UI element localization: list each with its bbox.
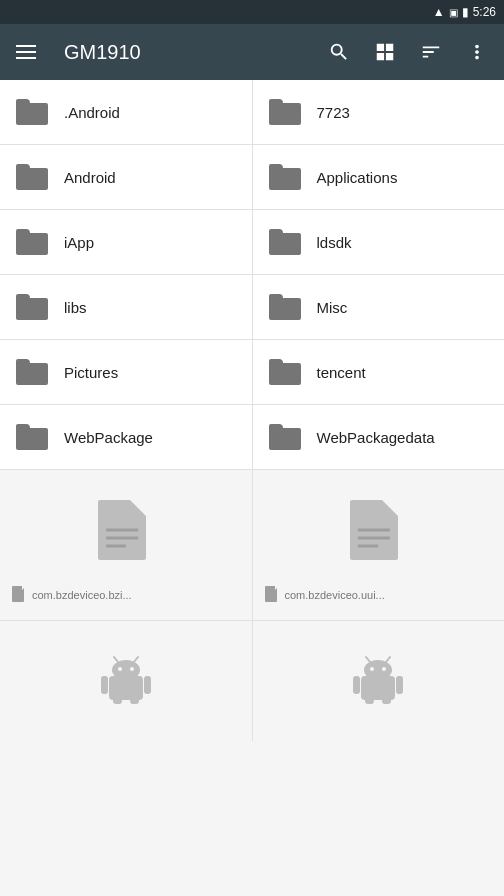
grid-view-icon[interactable]: [370, 37, 400, 67]
folder-icon: [269, 99, 301, 125]
svg-rect-28: [365, 698, 374, 704]
folder-name: Misc: [317, 299, 348, 316]
svg-point-13: [130, 667, 134, 671]
folder-item[interactable]: Android: [0, 145, 252, 209]
svg-line-15: [134, 657, 138, 662]
toolbar-title: GM1910: [64, 41, 308, 64]
file-name: com.bzdeviceo.bzi...: [32, 589, 240, 601]
folder-name: WebPackagedata: [317, 429, 435, 446]
file-small-icon: [12, 586, 26, 604]
apk-item[interactable]: [253, 621, 505, 741]
folder-item[interactable]: Applications: [253, 145, 505, 209]
folder-name: libs: [64, 299, 87, 316]
folder-name: Applications: [317, 169, 398, 186]
folder-icon: [269, 229, 301, 255]
folder-item[interactable]: tencent: [253, 340, 505, 404]
wifi-icon: ▲: [433, 5, 445, 19]
sim-icon: ▣: [449, 7, 458, 18]
svg-rect-27: [396, 676, 403, 694]
folder-name: iApp: [64, 234, 94, 251]
file-small-icon: [265, 586, 279, 604]
file-name-row: com.bzdeviceo.bzi...: [12, 586, 240, 604]
folder-item[interactable]: WebPackagedata: [253, 405, 505, 469]
folder-item[interactable]: Pictures: [0, 340, 252, 404]
folder-name: tencent: [317, 364, 366, 381]
file-name: com.bzdeviceo.uui...: [285, 589, 493, 601]
folder-name: ldsdk: [317, 234, 352, 251]
filter-icon[interactable]: [416, 37, 446, 67]
file-item[interactable]: com.bzdeviceo.uui...: [253, 470, 505, 620]
folder-item[interactable]: libs: [0, 275, 252, 339]
toolbar: GM1910: [0, 24, 504, 80]
folder-item[interactable]: ldsdk: [253, 210, 505, 274]
svg-rect-19: [130, 698, 139, 704]
android-icon: [353, 654, 403, 704]
menu-button[interactable]: [12, 41, 40, 63]
svg-point-12: [118, 667, 122, 671]
svg-point-21: [364, 660, 392, 680]
status-icons: ▲ ▣ ▮ 5:26: [433, 5, 496, 19]
folder-item[interactable]: Misc: [253, 275, 505, 339]
folder-icon: [16, 424, 48, 450]
status-bar: ▲ ▣ ▮ 5:26: [0, 0, 504, 24]
folder-name: .Android: [64, 104, 120, 121]
svg-rect-16: [101, 676, 108, 694]
file-name-row: com.bzdeviceo.uui...: [265, 586, 493, 604]
svg-line-25: [386, 657, 390, 662]
folder-icon: [269, 164, 301, 190]
svg-line-14: [114, 657, 118, 662]
folder-item[interactable]: WebPackage: [0, 405, 252, 469]
svg-rect-29: [382, 698, 391, 704]
folder-icon: [16, 229, 48, 255]
apk-icon-area: [265, 633, 493, 725]
file-grid: .Android 7723 Android Applications iApp …: [0, 80, 504, 741]
folder-icon: [16, 359, 48, 385]
android-icon: [101, 654, 151, 704]
folder-icon: [269, 359, 301, 385]
folder-icon: [269, 424, 301, 450]
folder-item[interactable]: .Android: [0, 80, 252, 144]
battery-icon: ▮: [462, 5, 469, 19]
folder-icon: [16, 294, 48, 320]
folder-item[interactable]: 7723: [253, 80, 505, 144]
folder-icon: [16, 99, 48, 125]
svg-rect-17: [144, 676, 151, 694]
folder-icon: [269, 294, 301, 320]
document-icon: [96, 498, 156, 570]
folder-name: Pictures: [64, 364, 118, 381]
apk-item[interactable]: [0, 621, 252, 741]
more-options-icon[interactable]: [462, 37, 492, 67]
folder-item[interactable]: iApp: [0, 210, 252, 274]
svg-rect-26: [353, 676, 360, 694]
svg-rect-18: [113, 698, 122, 704]
folder-icon: [16, 164, 48, 190]
status-time: 5:26: [473, 5, 496, 19]
folder-name: Android: [64, 169, 116, 186]
svg-line-24: [366, 657, 370, 662]
document-icon: [348, 498, 408, 570]
svg-point-11: [112, 660, 140, 680]
svg-point-23: [382, 667, 386, 671]
folder-name: WebPackage: [64, 429, 153, 446]
file-item[interactable]: com.bzdeviceo.bzi...: [0, 470, 252, 620]
folder-name: 7723: [317, 104, 350, 121]
search-icon[interactable]: [324, 37, 354, 67]
svg-point-22: [370, 667, 374, 671]
apk-icon-area: [12, 633, 240, 725]
